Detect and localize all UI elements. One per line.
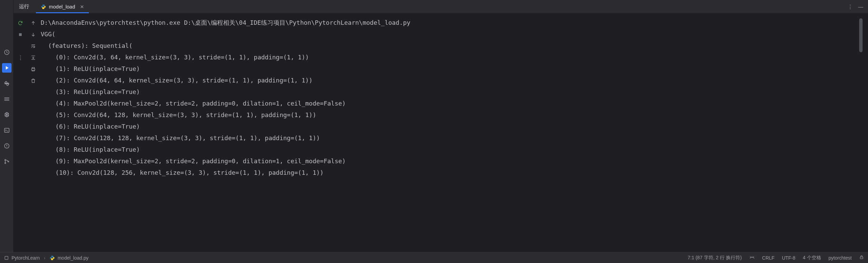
svg-rect-9 <box>5 256 8 259</box>
stop-icon[interactable] <box>17 31 24 38</box>
status-bar: PytorchLearn › model_load.py 7:1 (87 字符,… <box>0 252 868 263</box>
svg-rect-7 <box>19 33 22 36</box>
rerun-icon[interactable] <box>17 20 24 26</box>
activity-bar <box>0 0 14 252</box>
status-indent[interactable]: 4 个空格 <box>803 255 821 261</box>
arrow-up-icon[interactable] <box>30 20 37 26</box>
console-output[interactable]: D:\AnacondaEnvs\pytorchtest\python.exe D… <box>39 17 863 252</box>
status-interpreter[interactable]: pytorchtest <box>829 255 852 261</box>
services-icon[interactable] <box>2 110 12 119</box>
soft-wrap-icon[interactable] <box>30 43 37 50</box>
run-tool-header: 运行 model_load ✕ ⋮ — <box>14 0 868 14</box>
run-tab-label: model_load <box>49 4 75 10</box>
svg-point-5 <box>5 163 6 164</box>
lock-icon[interactable] <box>859 255 864 261</box>
close-icon[interactable]: ✕ <box>80 4 84 10</box>
breadcrumb-project[interactable]: PytorchLearn <box>12 255 40 261</box>
run-tool-title: 运行 <box>14 0 36 13</box>
more-vert-icon[interactable]: ⋮ <box>848 4 853 10</box>
breadcrumb-sep: › <box>44 255 45 261</box>
project-icon <box>4 256 9 260</box>
svg-rect-10 <box>860 257 863 259</box>
python-file-icon <box>50 255 55 261</box>
run-icon[interactable] <box>2 63 12 73</box>
run-body: ⋮ <box>14 14 868 252</box>
python-file-icon <box>41 4 46 10</box>
status-line-separator[interactable]: CRLF <box>762 255 775 261</box>
svg-point-4 <box>5 159 6 161</box>
problems-icon[interactable] <box>2 141 12 151</box>
scrollbar-thumb[interactable] <box>859 18 863 52</box>
minimize-icon[interactable]: — <box>858 4 863 10</box>
svg-rect-8 <box>32 69 35 70</box>
run-execution-gutter: ⋮ <box>14 17 27 252</box>
svg-rect-2 <box>4 128 9 132</box>
arrow-down-icon[interactable] <box>30 31 37 38</box>
python-console-icon[interactable] <box>2 79 12 88</box>
vcs-icon[interactable] <box>2 157 12 166</box>
status-encoding[interactable]: UTF-8 <box>782 255 795 261</box>
more-vert-icon[interactable]: ⋮ <box>17 54 24 61</box>
format-on-save-icon[interactable] <box>749 255 755 261</box>
packages-icon[interactable] <box>2 94 12 104</box>
run-console-gutter <box>27 17 39 252</box>
scroll-to-end-icon[interactable] <box>30 54 37 61</box>
status-caret[interactable]: 7:1 (87 字符, 2 行 换行符) <box>688 255 742 261</box>
print-icon[interactable] <box>30 66 37 73</box>
terminal-icon[interactable] <box>2 126 12 135</box>
delete-icon[interactable] <box>30 77 37 84</box>
breadcrumb-file[interactable]: model_load.py <box>58 255 88 261</box>
profiler-icon[interactable] <box>2 48 12 57</box>
run-tab-model-load[interactable]: model_load ✕ <box>36 0 89 13</box>
